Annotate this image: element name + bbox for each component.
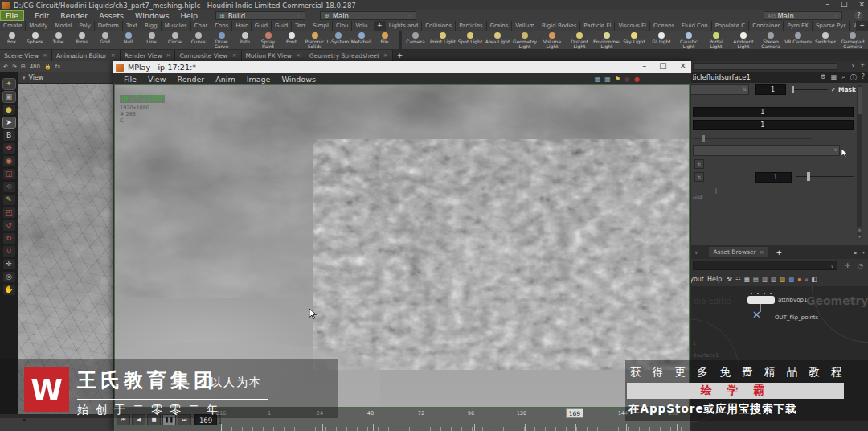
current-frame-indicator[interactable]: 169 (566, 408, 583, 418)
param-header-icon[interactable]: ⓘ (850, 73, 857, 82)
scene-selector[interactable]: ⊕ Main ⋮ (320, 11, 416, 20)
param-dropdown[interactable]: ⇅ (691, 84, 749, 95)
view-header[interactable]: ▾View (18, 72, 113, 84)
pane-tab[interactable]: Render View× (121, 50, 176, 61)
param-value-field[interactable]: 1 (755, 84, 786, 95)
pin-icon[interactable]: ✛ (845, 262, 850, 269)
scroll-down-button[interactable]: ▼ (857, 234, 862, 240)
shelf-tool[interactable]: Ambient Light (730, 31, 757, 49)
shelf-tool[interactable]: Box (0, 31, 23, 49)
shelf-tool[interactable]: Spray Paint (256, 31, 280, 49)
network-tool-icon[interactable]: ▧ (771, 276, 776, 284)
shelf-tab[interactable]: Fluid Con (678, 21, 712, 31)
network-menu-clipped[interactable]: Layout (691, 276, 704, 283)
node-attribvop[interactable] (747, 296, 775, 304)
network-tool-icon[interactable]: ▨ (780, 276, 785, 284)
shelf-tool[interactable]: Gamepad Camera (839, 31, 866, 49)
shelf-tab[interactable]: Container (749, 21, 784, 31)
undo-icon[interactable]: ↶ (3, 64, 8, 70)
shelf-tab[interactable]: Populate C (712, 21, 750, 31)
shelf-tab[interactable]: Pyro FX (784, 21, 812, 31)
mplay-toolbar-icon[interactable]: ▦ (604, 76, 611, 83)
mplay-menu-view[interactable]: View (143, 75, 171, 84)
param-value-field[interactable]: 1 (693, 107, 854, 117)
shelf-tab[interactable]: Terr (292, 21, 309, 31)
viewport-tool-icon[interactable]: ↺ (3, 220, 15, 231)
shelf-tool[interactable]: Area Light (484, 31, 511, 49)
shelf-tool[interactable]: Null (117, 31, 140, 49)
viewport-tool-icon[interactable]: ↻ (3, 233, 15, 244)
shelf-tool[interactable]: Portal Light (702, 31, 730, 49)
shelf-tool[interactable]: L-System (326, 31, 350, 49)
param-scrollbar[interactable] (857, 85, 862, 234)
shelf-tab[interactable]: Simpl (309, 21, 333, 31)
viewport-tool-icon[interactable]: ◱ (3, 169, 15, 179)
stepper-button[interactable]: ⇅ (694, 159, 704, 169)
shelf-tool[interactable]: Draw Curve (210, 31, 233, 49)
network-tool-icon[interactable]: ☷ (735, 276, 741, 284)
maximize-button[interactable]: □ (659, 61, 666, 70)
shelf-tab[interactable]: Model (51, 21, 76, 31)
mplay-toolbar-icon[interactable]: ● (634, 76, 640, 83)
minimize-button[interactable]: – (642, 61, 646, 70)
network-tool-icon[interactable]: ▥ (762, 276, 768, 284)
asset-browser-tab[interactable]: Asset Browser× (709, 247, 768, 257)
shelf-tool[interactable]: Environment Light (593, 31, 620, 49)
viewport-tool-icon[interactable]: ● (3, 105, 15, 115)
shelf-tool[interactable]: Sphere (23, 31, 47, 49)
network-tool-icon[interactable]: ▦ (744, 276, 750, 284)
shelf-tool[interactable]: Tube (47, 31, 70, 49)
shelf-tool[interactable]: Platonic Solids (303, 31, 326, 49)
take-selector[interactable]: 405 Main ⋮ (764, 11, 842, 20)
layout-icon[interactable]: ▪ (854, 249, 857, 255)
add-shelf-tab-button[interactable]: + (374, 21, 386, 31)
menu-edit[interactable]: Edit (29, 11, 55, 20)
shelf-tool[interactable]: Caustic Light (675, 31, 702, 49)
shelf-tab[interactable]: Hair (232, 21, 251, 31)
shelf-tool[interactable]: Sky Light (620, 31, 648, 49)
stepper-button[interactable]: ⇅ (694, 172, 704, 182)
add-icon[interactable]: + (860, 62, 865, 68)
shelf-tool[interactable]: Metaball (350, 31, 373, 49)
param-dropdown[interactable]: ∨ (693, 145, 840, 156)
shelf-tab[interactable]: Deform (95, 21, 123, 31)
close-icon[interactable]: × (232, 52, 237, 59)
shelf-tab[interactable]: Grains (487, 21, 513, 31)
shelf-tab[interactable]: Rigg (141, 21, 162, 31)
viewport-tool-icon[interactable]: ⟲ (3, 182, 15, 192)
chevron-down-icon[interactable]: ∨ (694, 249, 698, 255)
redo-icon[interactable]: ↷ (12, 64, 17, 70)
node-out-flip-points[interactable]: ✕ (752, 309, 761, 321)
network-tool-icon[interactable]: ▤ (753, 276, 759, 284)
menu-render[interactable]: Render (55, 11, 93, 20)
snapshot-icon[interactable]: ◔ (858, 262, 863, 269)
mplay-menu-image[interactable]: Image (242, 75, 276, 84)
param-slider[interactable] (792, 86, 828, 93)
help-button[interactable]: ? (854, 11, 863, 20)
param-slider[interactable] (796, 173, 854, 180)
shelf-tool[interactable]: Circle (163, 31, 186, 49)
shelf-tool[interactable]: Torus (70, 31, 93, 49)
close-icon[interactable]: × (760, 249, 764, 256)
param-slider[interactable] (693, 135, 812, 142)
network-menu-help[interactable]: Help (707, 276, 722, 283)
param-header-icon[interactable]: ▦ (831, 73, 837, 82)
viewport-tool-icon[interactable]: ✦ (3, 79, 15, 89)
pane-tab[interactable]: Animation Editor× (52, 50, 121, 61)
chevron-down-icon[interactable]: ▾ (862, 249, 865, 255)
shelf-tab[interactable]: Create (0, 21, 26, 31)
shelf-tab[interactable]: Muscles (162, 21, 191, 31)
close-button[interactable]: × (680, 61, 686, 70)
mplay-titlebar[interactable]: MPlay - ip-17:21:* – □ × (113, 61, 691, 73)
shelf-tab[interactable]: Text (123, 21, 141, 31)
minimize-button[interactable]: – (825, 0, 829, 8)
shelf-tool[interactable]: File (373, 31, 396, 49)
shelf-tab[interactable]: Oceans (650, 21, 678, 31)
close-icon[interactable]: × (296, 52, 301, 59)
shelf-tool[interactable]: Volume Light (538, 31, 566, 49)
menu-file[interactable]: File (0, 10, 24, 21)
network-tool-icon[interactable]: ▩ (788, 276, 794, 284)
shelf-tab[interactable]: Char (191, 21, 212, 31)
viewport-tool-icon[interactable]: ▣ (3, 92, 15, 102)
mask-checkbox[interactable]: ✓ Mask (831, 86, 856, 93)
